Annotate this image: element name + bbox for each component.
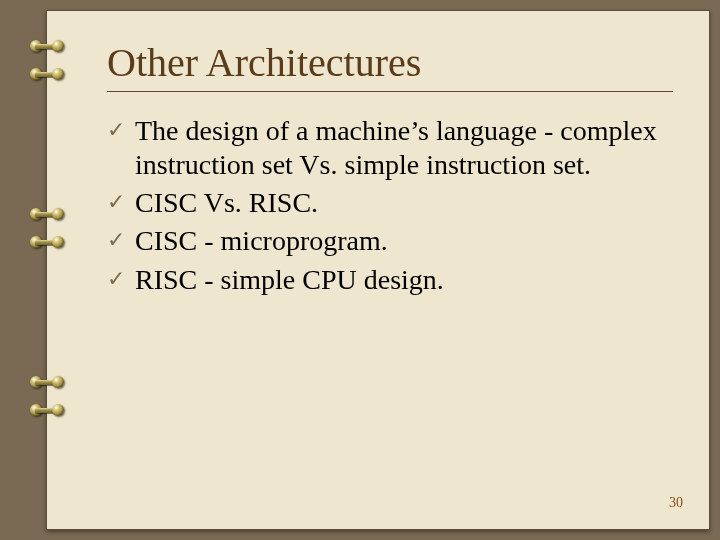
- binder-ring-icon: [30, 372, 64, 394]
- title-underline: [107, 91, 673, 92]
- slide-title: Other Architectures: [107, 41, 673, 85]
- list-item: ✓ CISC Vs. RISC.: [107, 186, 673, 220]
- bullet-text: RISC - simple CPU design.: [135, 263, 673, 297]
- binder-ring-icon: [30, 400, 64, 422]
- bullet-list: ✓ The design of a machine’s language - c…: [107, 114, 673, 297]
- page-number: 30: [669, 495, 683, 511]
- checkmark-icon: ✓: [107, 263, 129, 295]
- binder-ring-icon: [30, 204, 64, 226]
- checkmark-icon: ✓: [107, 224, 129, 256]
- list-item: ✓ CISC - microprogram.: [107, 224, 673, 258]
- slide-background: Other Architectures ✓ The design of a ma…: [0, 0, 720, 540]
- binder-ring-icon: [30, 36, 64, 58]
- checkmark-icon: ✓: [107, 114, 129, 146]
- bullet-text: CISC Vs. RISC.: [135, 186, 673, 220]
- checkmark-icon: ✓: [107, 186, 129, 218]
- bullet-text: The design of a machine’s language - com…: [135, 114, 673, 182]
- list-item: ✓ RISC - simple CPU design.: [107, 263, 673, 297]
- bullet-text: CISC - microprogram.: [135, 224, 673, 258]
- list-item: ✓ The design of a machine’s language - c…: [107, 114, 673, 182]
- binder-ring-icon: [30, 232, 64, 254]
- slide-paper: Other Architectures ✓ The design of a ma…: [46, 10, 710, 530]
- binder-ring-icon: [30, 64, 64, 86]
